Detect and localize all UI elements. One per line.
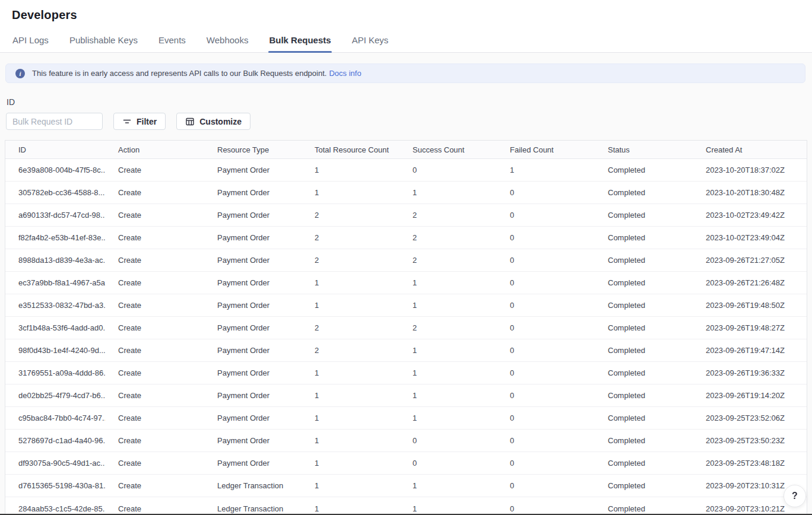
table-row[interactable]: de02bb25-4f79-4cd7-b6...CreatePayment Or… bbox=[5, 384, 807, 407]
cell-success_count: 1 bbox=[399, 497, 497, 515]
cell-success_count: 2 bbox=[399, 249, 497, 271]
cell-id: de02bb25-4f79-4cd7-b6... bbox=[5, 384, 105, 406]
cell-resource_type: Payment Order bbox=[204, 452, 302, 474]
cell-id: a690133f-dc57-47cd-98... bbox=[5, 204, 105, 226]
table-row[interactable]: e3512533-0832-47bd-a3...CreatePayment Or… bbox=[5, 294, 807, 317]
cell-failed_count: 0 bbox=[497, 430, 595, 452]
cell-resource_type: Payment Order bbox=[204, 272, 302, 294]
cell-resource_type: Payment Order bbox=[204, 362, 302, 384]
cell-failed_count: 0 bbox=[497, 339, 595, 361]
cell-success_count: 0 bbox=[399, 452, 497, 474]
cell-id: df93075a-90c5-49d1-ac... bbox=[5, 452, 105, 474]
table-body: 6e39a808-004b-47f5-8c...CreatePayment Or… bbox=[5, 159, 807, 515]
cell-resource_type: Ledger Transaction bbox=[204, 497, 302, 515]
cell-failed_count: 0 bbox=[497, 272, 595, 294]
cell-resource_type: Payment Order bbox=[204, 339, 302, 361]
cell-action: Create bbox=[105, 407, 204, 429]
cell-action: Create bbox=[105, 204, 204, 226]
controls-row: Filter Customize bbox=[0, 113, 812, 130]
cell-action: Create bbox=[105, 430, 204, 452]
table-row[interactable]: 305782eb-cc36-4588-8...CreatePayment Ord… bbox=[5, 182, 807, 204]
cell-created_at: 2023-09-26T19:48:27Z bbox=[693, 317, 807, 339]
cell-resource_type: Ledger Transaction bbox=[204, 475, 302, 497]
table-row[interactable]: a690133f-dc57-47cd-98...CreatePayment Or… bbox=[5, 204, 807, 227]
cell-failed_count: 0 bbox=[497, 182, 595, 204]
column-header-status: Status bbox=[595, 141, 693, 158]
tab-webhooks[interactable]: Webhooks bbox=[206, 31, 249, 52]
cell-id: 31769551-a09a-4ddd-86... bbox=[5, 362, 105, 384]
cell-failed_count: 0 bbox=[497, 497, 595, 515]
customize-button-label: Customize bbox=[199, 117, 242, 126]
column-header-success_count: Success Count bbox=[399, 141, 497, 158]
cell-status: Completed bbox=[595, 272, 693, 294]
cell-total_resource_count: 1 bbox=[302, 362, 399, 384]
table-row[interactable]: 31769551-a09a-4ddd-86...CreatePayment Or… bbox=[5, 362, 807, 384]
table-row[interactable]: df93075a-90c5-49d1-ac...CreatePayment Or… bbox=[5, 452, 807, 475]
column-header-id: ID bbox=[5, 141, 105, 158]
cell-status: Completed bbox=[595, 204, 693, 226]
customize-button[interactable]: Customize bbox=[176, 113, 250, 130]
cell-created_at: 2023-09-26T19:48:50Z bbox=[693, 294, 807, 316]
cell-id: d7615365-5198-430a-81... bbox=[5, 475, 105, 497]
cell-id: 5278697d-c1ad-4a40-96... bbox=[5, 430, 105, 452]
cell-id: c95bac84-7bb0-4c74-97... bbox=[5, 407, 105, 429]
banner-text: This feature is in early access and repr… bbox=[32, 69, 326, 78]
filter-button[interactable]: Filter bbox=[113, 113, 166, 130]
cell-total_resource_count: 1 bbox=[302, 294, 399, 316]
cell-created_at: 2023-10-20T18:30:48Z bbox=[693, 182, 807, 204]
column-header-resource_type: Resource Type bbox=[204, 141, 302, 158]
cell-total_resource_count: 1 bbox=[302, 384, 399, 406]
cell-failed_count: 0 bbox=[497, 475, 595, 497]
cell-action: Create bbox=[105, 452, 204, 474]
cell-success_count: 1 bbox=[399, 294, 497, 316]
tab-bulk-requests[interactable]: Bulk Requests bbox=[268, 31, 331, 52]
cell-created_at: 2023-09-26T21:27:05Z bbox=[693, 249, 807, 271]
cell-status: Completed bbox=[595, 452, 693, 474]
table-row[interactable]: d7615365-5198-430a-81...CreateLedger Tra… bbox=[5, 475, 807, 497]
cell-success_count: 2 bbox=[399, 227, 497, 249]
cell-resource_type: Payment Order bbox=[204, 159, 302, 181]
docs-info-link[interactable]: Docs info bbox=[329, 69, 361, 78]
cell-id: e3512533-0832-47bd-a3... bbox=[5, 294, 105, 316]
column-header-action: Action bbox=[105, 141, 204, 158]
cell-resource_type: Payment Order bbox=[204, 227, 302, 249]
table-row[interactable]: c95bac84-7bb0-4c74-97...CreatePayment Or… bbox=[5, 407, 807, 430]
table-row[interactable]: 5278697d-c1ad-4a40-96...CreatePayment Or… bbox=[5, 430, 807, 452]
tab-api-logs[interactable]: API Logs bbox=[12, 31, 49, 52]
cell-total_resource_count: 2 bbox=[302, 317, 399, 339]
table-row[interactable]: 284aab53-c1c5-42de-85...CreateLedger Tra… bbox=[5, 497, 807, 515]
table-row[interactable]: f82fa4b2-e53b-41ef-83e...CreatePayment O… bbox=[5, 227, 807, 249]
tab-events[interactable]: Events bbox=[158, 31, 186, 52]
cell-success_count: 1 bbox=[399, 272, 497, 294]
cell-created_at: 2023-10-02T23:49:42Z bbox=[693, 204, 807, 226]
bulk-requests-table: IDActionResource TypeTotal Resource Coun… bbox=[5, 140, 807, 515]
cell-action: Create bbox=[105, 362, 204, 384]
cell-created_at: 2023-09-25T23:48:18Z bbox=[693, 452, 807, 474]
help-button[interactable]: ? bbox=[784, 485, 806, 507]
cell-resource_type: Payment Order bbox=[204, 204, 302, 226]
tab-api-keys[interactable]: API Keys bbox=[351, 31, 389, 52]
tab-publishable-keys[interactable]: Publishable Keys bbox=[69, 31, 138, 52]
cell-created_at: 2023-10-20T18:37:02Z bbox=[693, 159, 807, 181]
filter-icon bbox=[122, 117, 132, 126]
cell-action: Create bbox=[105, 182, 204, 204]
cell-resource_type: Payment Order bbox=[204, 249, 302, 271]
table-columns-icon bbox=[185, 117, 195, 126]
cell-id: 6e39a808-004b-47f5-8c... bbox=[5, 159, 105, 181]
table-row[interactable]: ec37a9bb-f8a1-4967-a5a...CreatePayment O… bbox=[5, 272, 807, 294]
table-row[interactable]: 8988da13-d839-4e3a-ac...CreatePayment Or… bbox=[5, 249, 807, 272]
cell-created_at: 2023-10-02T23:49:04Z bbox=[693, 227, 807, 249]
table-row[interactable]: 98f0d43b-1e4f-4240-9d...CreatePayment Or… bbox=[5, 339, 807, 362]
cell-created_at: 2023-09-26T21:26:48Z bbox=[693, 272, 807, 294]
table-row[interactable]: 3cf1b48a-53f6-4add-ad0...CreatePayment O… bbox=[5, 317, 807, 339]
cell-total_resource_count: 1 bbox=[302, 182, 399, 204]
cell-action: Create bbox=[105, 227, 204, 249]
content-area: i This feature is in early access and re… bbox=[0, 53, 812, 515]
bulk-request-id-input[interactable] bbox=[6, 113, 103, 130]
table-row[interactable]: 6e39a808-004b-47f5-8c...CreatePayment Or… bbox=[5, 159, 807, 182]
cell-total_resource_count: 1 bbox=[302, 475, 399, 497]
cell-failed_count: 0 bbox=[497, 204, 595, 226]
cell-total_resource_count: 1 bbox=[302, 497, 399, 515]
column-header-failed_count: Failed Count bbox=[497, 141, 595, 158]
id-filter-label: ID bbox=[0, 83, 812, 113]
